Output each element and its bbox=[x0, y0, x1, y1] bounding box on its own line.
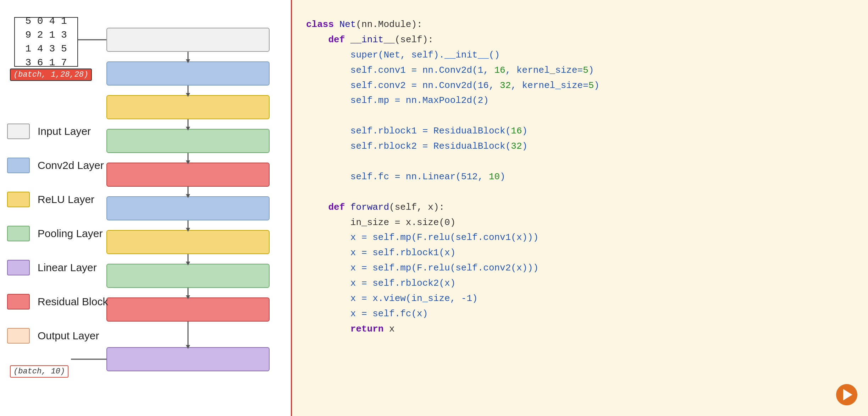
left-panel: 5 0 4 1 9 2 1 3 1 4 3 5 3 6 1 7 (batch, … bbox=[0, 0, 291, 416]
batch-label-top: (batch, 1,28,28) bbox=[10, 69, 92, 81]
code-text-1: (nn.Module): bbox=[356, 19, 422, 30]
num-10: 10 bbox=[489, 171, 500, 182]
legend-box-input bbox=[7, 124, 30, 139]
mnist-digits: 5 0 4 1 9 2 1 3 1 4 3 5 3 6 1 7 bbox=[25, 14, 67, 70]
num-16a: 16 bbox=[494, 65, 505, 76]
legend-label-input: Input Layer bbox=[38, 125, 91, 137]
code-line-1: class Net(nn.Module): bbox=[306, 17, 854, 32]
legend-label-conv: Conv2d Layer bbox=[38, 159, 104, 171]
code-fc: self.fc = nn.Linear(512, bbox=[306, 171, 489, 182]
code-text-10: (self, x): bbox=[389, 202, 444, 213]
code-conv1: self.conv1 = nn.Conv2d(1, bbox=[306, 65, 494, 76]
layer-residual1 bbox=[106, 163, 270, 187]
code-conv1c: ) bbox=[588, 65, 594, 76]
code-line-7: self.rblock1 = ResidualBlock(16) bbox=[306, 124, 854, 139]
legend-item-input: Input Layer bbox=[7, 124, 108, 139]
layer-conv2 bbox=[106, 196, 270, 220]
layer-pool1 bbox=[106, 129, 270, 153]
code-fwd4: x = self.rblock2(x) bbox=[306, 278, 455, 289]
num-5a: 5 bbox=[583, 65, 588, 76]
code-line-6: self.mp = nn.MaxPool2d(2) bbox=[306, 93, 854, 108]
code-rblock1: self.rblock1 = ResidualBlock( bbox=[306, 126, 511, 136]
code-line-blank2 bbox=[306, 154, 854, 169]
code-line-8: self.rblock2 = ResidualBlock(32) bbox=[306, 139, 854, 154]
layer-input bbox=[106, 28, 270, 52]
legend-label-pool: Pooling Layer bbox=[38, 228, 103, 240]
layer-conv1 bbox=[106, 61, 270, 86]
fn-init: __init__ bbox=[350, 34, 395, 45]
legend-item-pool: Pooling Layer bbox=[7, 226, 108, 241]
code-fwd5: x = x.view(in_size, -1) bbox=[306, 293, 478, 304]
legend-label-output: Output Layer bbox=[38, 330, 99, 342]
layer-relu2 bbox=[106, 230, 270, 254]
code-conv2c: ) bbox=[594, 80, 599, 91]
legend-box-output bbox=[7, 328, 30, 344]
code-ret: x bbox=[383, 324, 394, 334]
num-32b: 32 bbox=[511, 141, 522, 152]
num-5b: 5 bbox=[588, 80, 594, 91]
code-line-blank3 bbox=[306, 185, 854, 200]
code-insize: in_size = x.size(0) bbox=[306, 217, 455, 228]
code-line-17: x = self.fc(x) bbox=[306, 306, 854, 322]
code-fwd3: x = self.mp(F.relu(self.conv2(x))) bbox=[306, 263, 538, 273]
code-line-18: return x bbox=[306, 322, 854, 337]
code-line-blank1 bbox=[306, 108, 854, 124]
fn-net: Net bbox=[339, 19, 356, 30]
code-line-5: self.conv2 = nn.Conv2d(16, 32, kernel_si… bbox=[306, 78, 854, 93]
legend-box-residual bbox=[7, 294, 30, 310]
code-line-11: in_size = x.size(0) bbox=[306, 215, 854, 230]
legend-label-relu: ReLU Layer bbox=[38, 193, 94, 206]
code-fwd2: x = self.rblock1(x) bbox=[306, 247, 455, 258]
fn-forward: forward bbox=[350, 202, 389, 213]
code-line-9: self.fc = nn.Linear(512, 10) bbox=[306, 169, 854, 185]
code-line-4: self.conv1 = nn.Conv2d(1, 16, kernel_siz… bbox=[306, 63, 854, 78]
legend-box-conv bbox=[7, 158, 30, 173]
code-line-10: def forward(self, x): bbox=[306, 200, 854, 215]
legend-item-residual: Residual Block bbox=[7, 294, 108, 310]
code-rblock2b: ) bbox=[522, 141, 528, 152]
code-line-12: x = self.mp(F.relu(self.conv1(x))) bbox=[306, 230, 854, 245]
indent-18 bbox=[306, 324, 350, 334]
diagram-area: 5 0 4 1 9 2 1 3 1 4 3 5 3 6 1 7 (batch, … bbox=[0, 6, 291, 416]
kw-def-1: def bbox=[328, 34, 350, 45]
indent-2 bbox=[306, 34, 328, 45]
legend-box-pool bbox=[7, 226, 30, 241]
legend-item-output: Output Layer bbox=[7, 328, 108, 344]
code-line-14: x = self.mp(F.relu(self.conv2(x))) bbox=[306, 261, 854, 276]
kw-return: return bbox=[350, 324, 384, 334]
code-rblock1b: ) bbox=[522, 126, 528, 136]
layer-relu1 bbox=[106, 95, 270, 119]
code-line-2: def __init__(self): bbox=[306, 32, 854, 48]
batch-label-bottom: (batch, 10) bbox=[10, 365, 68, 378]
kw-def-2: def bbox=[328, 202, 350, 213]
num-32: 32 bbox=[500, 80, 511, 91]
legend-label-linear: Linear Layer bbox=[38, 262, 97, 274]
legend-item-relu: ReLU Layer bbox=[7, 192, 108, 207]
code-line-16: x = x.view(in_size, -1) bbox=[306, 291, 854, 306]
legend-box-relu bbox=[7, 192, 30, 207]
legend-box-linear bbox=[7, 260, 30, 275]
code-mp: self.mp = nn.MaxPool2d(2) bbox=[306, 95, 489, 106]
layer-residual2 bbox=[106, 297, 270, 322]
layer-pool2 bbox=[106, 264, 270, 288]
kw-class: class bbox=[306, 19, 339, 30]
mnist-image: 5 0 4 1 9 2 1 3 1 4 3 5 3 6 1 7 bbox=[14, 17, 78, 67]
layer-linear bbox=[106, 347, 270, 371]
code-conv2b: , kernel_size= bbox=[511, 80, 588, 91]
code-text-2: (self): bbox=[395, 34, 433, 45]
code-line-15: x = self.rblock2(x) bbox=[306, 276, 854, 291]
right-panel: class Net(nn.Module): def __init__(self)… bbox=[291, 0, 868, 416]
legend-item-linear: Linear Layer bbox=[7, 260, 108, 275]
code-line-3: super(Net, self).__init__() bbox=[306, 48, 854, 63]
legend-item-conv: Conv2d Layer bbox=[7, 158, 108, 173]
legend: Input Layer Conv2d Layer ReLU Layer Pool… bbox=[7, 124, 108, 362]
play-icon bbox=[843, 389, 852, 400]
code-fwd1: x = self.mp(F.relu(self.conv1(x))) bbox=[306, 232, 538, 243]
indent-10 bbox=[306, 202, 328, 213]
play-button[interactable] bbox=[836, 384, 857, 405]
code-conv1b: , kernel_size= bbox=[505, 65, 583, 76]
code-conv2: self.conv2 = nn.Conv2d(16, bbox=[306, 80, 500, 91]
code-rblock2: self.rblock2 = ResidualBlock( bbox=[306, 141, 511, 152]
code-super: super(Net, self).__init__() bbox=[306, 50, 500, 60]
code-fwd6: x = self.fc(x) bbox=[306, 308, 428, 319]
